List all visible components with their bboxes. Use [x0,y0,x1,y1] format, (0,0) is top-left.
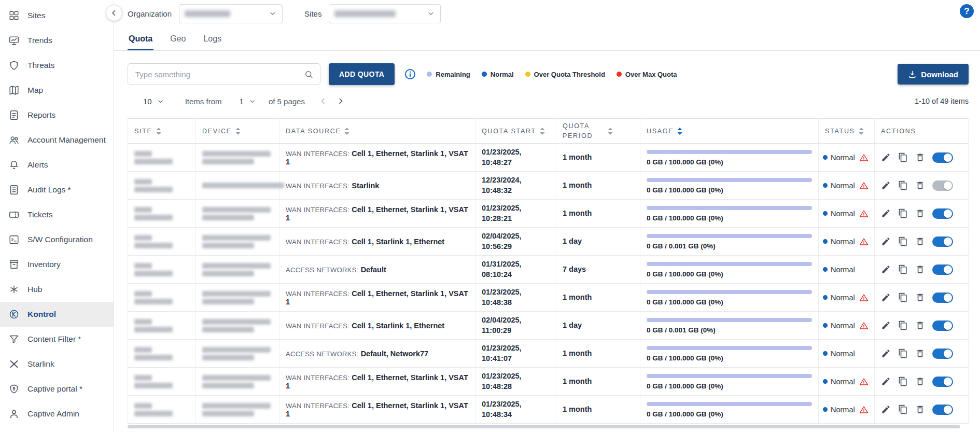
enable-toggle[interactable] [932,292,953,303]
legend-dot [427,72,432,77]
sidebar-item-trends[interactable]: Trends [0,28,114,53]
legend-label: Over Quota Threshold [534,71,605,78]
quota-period-cell: 1 day [556,228,640,256]
enable-toggle[interactable] [932,349,953,359]
warning-icon [859,153,869,162]
search-icon[interactable] [304,69,314,79]
sidebar-item-starlink[interactable]: Starlink [0,352,114,377]
edit-icon[interactable] [881,349,891,358]
edit-icon[interactable] [881,320,891,330]
starlink-icon [8,358,20,370]
column-header-status[interactable]: STATUS [819,119,875,144]
kontrol-icon [8,309,20,320]
usage-text: 0 GB / 100.000 GB (0%) [647,298,812,306]
edit-icon[interactable] [881,264,891,274]
help-button[interactable]: ? [960,4,974,18]
sidebar-item-inventory[interactable]: Inventory [0,252,114,277]
sidebar-item-reports[interactable]: Reports [0,103,114,128]
edit-icon[interactable] [881,377,891,386]
edit-icon[interactable] [881,152,891,162]
copy-icon[interactable] [898,377,908,386]
tab-logs[interactable]: Logs [202,30,222,50]
column-header-device[interactable]: DEVICE [196,119,279,144]
tab-geo[interactable]: Geo [169,30,187,50]
sidebar: SitesTrendsThreatsMapReportsAccount Mana… [0,0,114,432]
copy-icon[interactable] [898,152,908,162]
edit-icon[interactable] [881,180,891,190]
reports-icon [8,109,20,121]
enable-toggle[interactable] [932,208,953,219]
sidebar-item-alerts[interactable]: Alerts [0,152,114,177]
column-header-quota-period[interactable]: QUOTA PERIOD [556,119,640,144]
column-header-data-source[interactable]: DATA SOURCE [279,119,475,144]
sidebar-item-kontrol[interactable]: Kontrol [0,302,114,327]
table-row: WAN INTERFACES: Cell 1, Starlink 1, Ethe… [128,228,969,256]
copy-icon[interactable] [898,180,908,190]
sidebar-item-account-management[interactable]: Account Management [0,128,114,152]
sidebar-item-s-w-configuration[interactable]: S/W Configuration [0,227,114,252]
delete-icon[interactable] [915,264,925,274]
sidebar-item-hub[interactable]: Hub [0,277,114,302]
sites-select[interactable] [329,4,441,23]
delete-icon[interactable] [915,405,925,414]
sidebar-item-audit-logs[interactable]: Audit Logs * [0,177,114,202]
copy-icon[interactable] [898,320,908,330]
sidebar-item-content-filter[interactable]: Content Filter * [0,327,114,352]
copy-icon[interactable] [898,236,908,246]
delete-icon[interactable] [915,236,925,246]
enable-toggle[interactable] [932,264,953,275]
next-page-button[interactable] [336,96,345,106]
column-header-quota-start[interactable]: QUOTA START [475,119,556,144]
copy-icon[interactable] [898,208,908,218]
download-button[interactable]: Download [898,64,969,85]
enable-toggle[interactable] [932,377,953,387]
enable-toggle[interactable] [932,236,953,247]
enable-toggle[interactable] [932,152,953,163]
delete-icon[interactable] [915,152,925,162]
copy-icon[interactable] [898,405,908,414]
edit-icon[interactable] [881,236,891,246]
organization-select[interactable] [179,4,283,23]
edit-icon[interactable] [881,208,891,218]
delete-icon[interactable] [915,377,925,386]
usage-cell: 0 GB / 100.000 GB (0%) [640,284,819,312]
delete-icon[interactable] [915,208,925,218]
legend-item-over-quota-threshold: Over Quota Threshold [525,71,605,78]
sidebar-item-label: Alerts [27,160,48,170]
horizontal-scrollbar[interactable] [128,425,969,429]
sidebar-item-captive-admin[interactable]: Captive Admin [0,401,114,426]
delete-icon[interactable] [915,320,925,330]
usage-text: 0 GB / 100.000 GB (0%) [647,410,812,418]
sidebar-item-sites[interactable]: Sites [0,3,114,28]
usage-cell: 0 GB / 0.001 GB (0%) [640,228,819,256]
sidebar-item-captive-portal[interactable]: Captive portal * [0,377,114,401]
page-size-select[interactable]: 10 [143,97,164,106]
scrollbar-thumb[interactable] [128,425,960,428]
search-input[interactable] [135,70,304,79]
page-number-select[interactable]: 1 [240,97,256,106]
copy-icon[interactable] [898,349,908,358]
sidebar-item-map[interactable]: Map [0,78,114,103]
edit-icon[interactable] [881,405,891,414]
tab-quota[interactable]: Quota [128,30,153,50]
search-box [128,63,320,85]
previous-page-button[interactable] [318,96,328,106]
sidebar-item-threats[interactable]: Threats [0,53,114,78]
enable-toggle[interactable] [932,180,953,191]
copy-icon[interactable] [898,264,908,274]
copy-icon[interactable] [898,292,908,302]
delete-icon[interactable] [915,180,925,190]
add-quota-button[interactable]: ADD QUOTA [329,63,395,85]
delete-icon[interactable] [915,292,925,302]
delete-icon[interactable] [915,349,925,358]
sidebar-collapse-button[interactable] [106,5,122,21]
info-icon[interactable] [404,68,416,80]
edit-icon[interactable] [881,292,891,302]
legend-label: Over Max Quota [625,71,677,78]
enable-toggle[interactable] [932,320,953,331]
column-header-usage[interactable]: USAGE [640,119,819,144]
column-header-site[interactable]: SITE [128,119,196,144]
sidebar-item-tickets[interactable]: Tickets [0,202,114,227]
enable-toggle[interactable] [932,405,953,415]
status-dot [823,211,828,216]
